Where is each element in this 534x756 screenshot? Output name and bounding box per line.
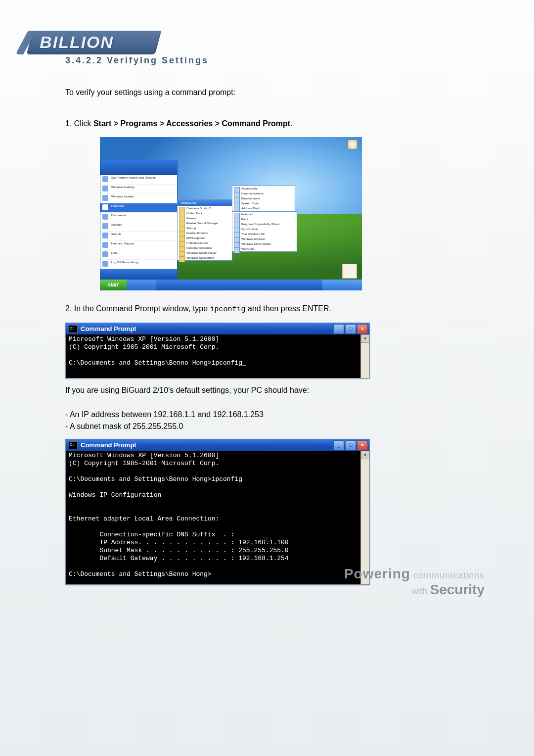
submenu-item[interactable]: Communications <box>232 191 295 196</box>
step-2: 2. In the Command Prompt window, type ip… <box>65 304 441 314</box>
start-item[interactable]: Log Off Benno Hong... <box>100 260 177 269</box>
submenu-item[interactable]: Accessibility <box>232 186 295 191</box>
intro-text: To verify your settings using a command … <box>65 87 441 98</box>
maximize-button[interactable]: □ <box>345 440 356 450</box>
start-menu-header <box>100 160 177 175</box>
scroll-up-icon[interactable]: ▲ <box>361 334 369 343</box>
scroll-up-icon[interactable]: ▲ <box>361 451 369 459</box>
submenu-item[interactable]: Entertainment <box>232 196 295 201</box>
minimize-button[interactable]: _ <box>333 324 344 334</box>
start-item[interactable]: Help and Support <box>100 241 177 250</box>
start-item[interactable]: Settings <box>100 222 177 232</box>
submenu-item[interactable]: Windows Messenger <box>178 255 232 260</box>
submenu-item[interactable]: Games <box>178 216 232 221</box>
section-heading: 3.4.2.2 Verifying Settings <box>65 55 441 66</box>
cmd-body-1: Microsoft Windows XP [Version 5.1.2600] … <box>66 334 369 378</box>
submenu-item[interactable]: Codec Pack <box>178 211 232 216</box>
submenu-item[interactable]: Remote Assistance <box>178 245 232 250</box>
start-item[interactable]: Windows Update <box>100 194 177 203</box>
scrollbar[interactable]: ▲ <box>360 334 369 378</box>
bullet-list: An IP address between 192.168.1.1 and 19… <box>65 410 441 431</box>
submenu-item[interactable]: Windows Movie Maker <box>232 241 297 246</box>
quick-launch[interactable] <box>127 280 156 290</box>
accessories-submenu-2: Notepad Paint Program Compatibility Wiza… <box>232 211 297 252</box>
bullet-mask: A subnet mask of 255.255.255.0 <box>65 422 441 431</box>
submenu-item[interactable]: WordPad <box>232 246 297 251</box>
screenshot-start-menu: Set Program Access and Defaults Windows … <box>100 137 362 290</box>
recycle-bin-icon <box>348 140 357 149</box>
submenu-item[interactable]: Outlook Express <box>178 240 232 245</box>
start-item-programs[interactable]: Programs <box>100 203 177 213</box>
step-1: 1. Click Start > Programs > Accessories … <box>65 119 441 128</box>
step-1-path: Start > Programs > Accessories > Command… <box>93 119 290 128</box>
brand-logo: BILLION <box>27 31 162 54</box>
system-tray[interactable] <box>322 280 362 290</box>
submenu-item[interactable]: Startup <box>178 226 232 231</box>
start-item[interactable]: Windows Catalog <box>100 185 177 194</box>
taskbar: start <box>100 280 362 290</box>
start-item[interactable]: Set Program Access and Defaults <box>100 175 177 185</box>
cmd-body-2: Microsoft Windows XP [Version 5.1.2600] … <box>66 451 369 584</box>
start-menu-left-col: Set Program Access and Defaults Windows … <box>100 175 177 269</box>
cmd-titlebar: Command Prompt _ □ × <box>66 439 369 451</box>
page-number: 30 <box>0 535 534 543</box>
submenu-item[interactable]: Camtasia Studio 2 <box>178 206 232 211</box>
start-item[interactable]: Documents <box>100 213 177 222</box>
content: 3.4.2.2 Verifying Settings To verify you… <box>65 55 441 591</box>
cmd-title: Command Prompt <box>81 325 333 332</box>
close-button[interactable]: × <box>357 440 368 450</box>
submenu-item[interactable]: Windows Media Player <box>178 250 232 255</box>
after-cmd1-text: If you are using BiGuard 2/10's default … <box>65 384 441 396</box>
start-menu-footer <box>100 269 177 279</box>
start-item[interactable]: Search <box>100 232 177 241</box>
submenu-item[interactable]: MSN Explorer <box>178 236 232 240</box>
submenu-item[interactable]: System Tools <box>232 201 295 206</box>
submenu-item[interactable]: Tour Windows XP <box>232 232 297 236</box>
footer-tagline: Powering communications with Security <box>344 566 485 598</box>
screenshot-cmd-1: Command Prompt _ □ × Microsoft Windows X… <box>65 323 370 378</box>
cmd-titlebar: Command Prompt _ □ × <box>66 323 369 334</box>
cmd-icon <box>69 325 78 333</box>
submenu-item[interactable]: Address Book <box>232 206 295 211</box>
submenu-item[interactable]: Synchronize <box>232 227 297 232</box>
maximize-button[interactable]: □ <box>345 324 356 334</box>
bullet-ip: An IP address between 192.168.1.1 and 19… <box>65 410 441 419</box>
brand-logo-text: BILLION <box>30 31 124 54</box>
desktop-shortcut-icon <box>342 264 357 279</box>
start-item[interactable]: Run... <box>100 250 177 260</box>
scrollbar[interactable]: ▲ <box>360 451 369 584</box>
start-menu-panel: Set Program Access and Defaults Windows … <box>100 160 178 280</box>
minimize-button[interactable]: _ <box>333 440 344 450</box>
submenu-item-accessories[interactable]: Accessories <box>178 200 232 206</box>
programs-submenu: Accessories Camtasia Studio 2 Codec Pack… <box>177 199 232 261</box>
submenu-item[interactable]: Paint <box>232 217 297 222</box>
start-button[interactable]: start <box>100 280 127 290</box>
submenu-item[interactable]: Internet Explorer <box>178 231 232 236</box>
close-button[interactable]: × <box>357 324 368 334</box>
cmd-icon <box>69 441 78 449</box>
submenu-item[interactable]: Windows Explorer <box>232 236 297 241</box>
submenu-item[interactable]: Notepad <box>232 212 297 217</box>
step-2-code: ipconfig <box>210 305 246 314</box>
submenu-item[interactable]: Realtek Sound Manager <box>178 221 232 226</box>
submenu-item[interactable]: Program Compatibility Wizard <box>232 222 297 227</box>
screenshot-cmd-2: Command Prompt _ □ × Microsoft Windows X… <box>65 439 370 585</box>
cmd-title: Command Prompt <box>81 441 333 449</box>
page: BILLION 3.4.2.2 Verifying Settings To ve… <box>0 0 534 756</box>
